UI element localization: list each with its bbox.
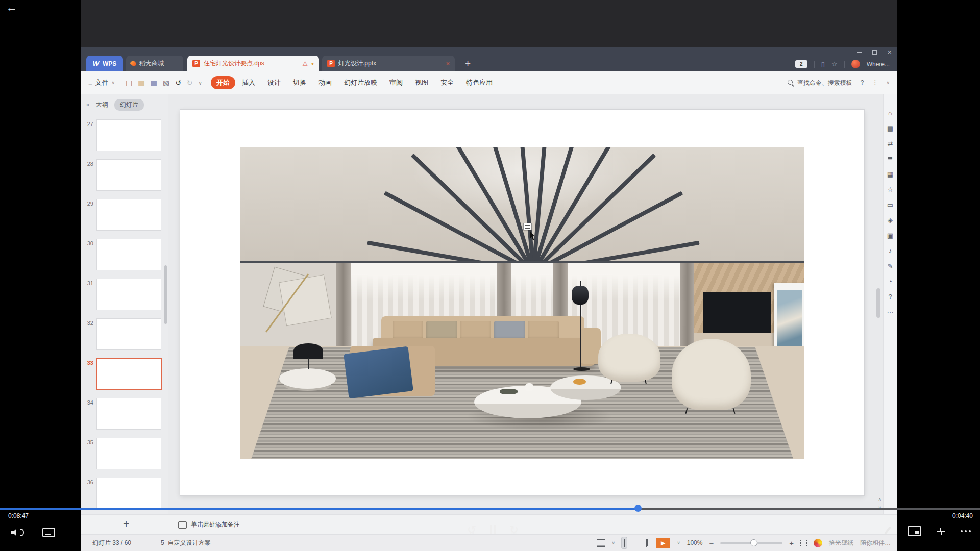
notes-input[interactable]: 单击此处添加备注 — [178, 520, 240, 529]
slideshow-play-button[interactable]: ▶ — [656, 538, 670, 548]
video-content[interactable]: W WPS 稻壳商城 P 住宅灯光设计要点.dps ⚠ • P 灯光设计.ppt… — [81, 0, 897, 551]
back-icon[interactable]: ← — [6, 1, 17, 14]
document-icon[interactable]: ▯ — [821, 60, 825, 68]
zoom-slider-knob[interactable] — [750, 539, 757, 546]
tab-document-active[interactable]: P 住宅灯光设计要点.dps ⚠ • — [187, 56, 319, 71]
scroll-up-icon[interactable]: ∧ — [878, 497, 881, 502]
ribbon-tab-design[interactable]: 设计 — [262, 76, 286, 89]
zoom-in-button[interactable]: + — [789, 539, 794, 547]
tab-slides[interactable]: 幻灯片 — [114, 99, 144, 111]
maximize-icon[interactable] — [872, 50, 877, 55]
widget-subtitle[interactable]: 陪你相伴… — [860, 539, 891, 547]
slide-thumbnail-27[interactable]: 27 — [81, 120, 168, 151]
ribbon-tab-animation[interactable]: 动画 — [313, 76, 337, 89]
more-options-icon[interactable]: ⋮ — [872, 79, 878, 86]
thumbnail-list: 27 28 29 30 — [81, 116, 168, 514]
thumbnail-scrollbar[interactable] — [164, 265, 167, 324]
toggle-notes-icon[interactable] — [597, 539, 605, 547]
slide-thumbnail-34[interactable]: 34 — [81, 398, 168, 429]
slide-thumbnail-33-selected[interactable]: 33 — [81, 359, 168, 389]
help-icon[interactable]: ? — [861, 79, 864, 86]
collapse-panel-icon[interactable]: « — [86, 101, 90, 108]
rewind-10-button[interactable]: ↺10 — [465, 523, 478, 536]
chevron-down-icon[interactable]: ∨ — [612, 540, 616, 545]
view-slide-sorter-button[interactable] — [633, 541, 638, 545]
living-room-photo[interactable] — [240, 147, 804, 459]
tab-wps-home[interactable]: W WPS — [86, 56, 123, 71]
ribbon-tab-home[interactable]: 开始 — [211, 76, 235, 89]
favorites-icon[interactable]: ☆ — [887, 186, 893, 193]
collapse-ribbon-icon[interactable]: ∨ — [886, 80, 890, 85]
ribbon-tab-features[interactable]: 特色应用 — [460, 76, 498, 89]
fit-slide-icon[interactable] — [800, 540, 807, 546]
slide-thumbnail-31[interactable]: 31 — [81, 279, 168, 310]
tab-outline[interactable]: 大纲 — [96, 101, 108, 109]
minimize-icon[interactable] — [857, 52, 862, 53]
export-icon[interactable]: ▥ — [138, 79, 144, 87]
tab-document-2[interactable]: P 灯光设计.pptx × — [322, 56, 455, 71]
new-tab-button[interactable]: + — [465, 58, 471, 69]
share-icon[interactable]: ◈ — [888, 217, 893, 224]
ribbon-tab-transition[interactable]: 切换 — [287, 76, 312, 89]
video-progress-knob[interactable] — [634, 505, 642, 512]
picture-in-picture-icon[interactable] — [908, 526, 921, 536]
slide-thumbnail-35[interactable]: 35 — [81, 438, 168, 469]
forward-30-button[interactable]: ↻30 — [508, 523, 520, 536]
comments-icon[interactable]: ▭ — [887, 202, 893, 209]
slide-thumbnail-28[interactable]: 28 — [81, 160, 168, 190]
more-tools-icon[interactable]: ⋯ — [887, 309, 894, 316]
properties-icon[interactable]: ⌂ — [888, 110, 892, 117]
close-window-icon[interactable]: × — [887, 49, 892, 55]
help-icon[interactable]: ? — [888, 293, 892, 300]
ribbon-tab-view[interactable]: 视图 — [409, 76, 434, 89]
images-icon[interactable]: ▣ — [887, 232, 893, 239]
slide-thumbnail-29[interactable]: 29 — [81, 199, 168, 230]
star-icon[interactable]: ☆ — [831, 60, 838, 68]
vertical-scrollbar-thumb[interactable] — [876, 288, 880, 318]
message-badge[interactable]: 2 — [795, 60, 807, 68]
close-tab-icon[interactable]: × — [446, 60, 450, 67]
avatar[interactable] — [851, 60, 860, 68]
zoom-slider[interactable] — [720, 542, 782, 544]
ribbon-tab-slideshow[interactable]: 幻灯片放映 — [338, 76, 383, 89]
slide-canvas[interactable] — [180, 110, 864, 495]
animation-pane-icon[interactable]: ▤ — [887, 125, 893, 132]
exit-fullscreen-icon[interactable] — [937, 527, 945, 536]
ribbon-tab-review[interactable]: 审阅 — [384, 76, 408, 89]
subtitle-icon[interactable] — [42, 528, 55, 537]
add-slide-button[interactable]: + — [123, 518, 129, 530]
ink-icon[interactable]: ✎ — [888, 263, 893, 270]
zoom-level[interactable]: 100% — [687, 539, 703, 546]
slide-layout-icon[interactable]: ▦ — [887, 171, 893, 178]
audio-icon[interactable]: ♪ — [889, 247, 892, 255]
pause-button[interactable] — [490, 525, 496, 534]
print-icon[interactable]: ▦ — [151, 79, 157, 87]
more-commands-icon[interactable]: ∨ — [199, 80, 202, 86]
save-icon[interactable]: ▤ — [126, 79, 132, 87]
history-icon[interactable]: ◔ — [888, 278, 892, 285]
play-options-icon[interactable]: ∨ — [677, 540, 680, 545]
modified-dot-icon[interactable]: • — [311, 61, 314, 66]
command-search[interactable]: 查找命令、搜索模板 — [788, 79, 852, 87]
ribbon-tab-security[interactable]: 安全 — [435, 76, 459, 89]
view-normal-button[interactable] — [622, 537, 627, 548]
widget-label[interactable]: 拾光壁纸 — [829, 539, 853, 547]
volume-icon[interactable] — [11, 529, 24, 536]
hyperlink-icon[interactable]: ⇄ — [888, 140, 893, 147]
tab-store[interactable]: 稻壳商城 — [126, 56, 183, 71]
more-options-icon[interactable] — [961, 530, 971, 532]
wallpaper-widget-icon[interactable] — [814, 539, 822, 547]
undo-icon[interactable]: ↺ — [175, 79, 181, 87]
slide-thumbnail-30[interactable]: 30 — [81, 239, 168, 270]
redo-icon[interactable]: ↻ — [187, 79, 193, 87]
file-menu[interactable]: ≡ 文件 ∨ — [88, 78, 115, 87]
print-preview-icon[interactable]: ▧ — [163, 79, 169, 87]
zoom-out-button[interactable]: − — [709, 539, 714, 547]
user-name[interactable]: Where... — [867, 61, 890, 68]
adjust-icon[interactable]: ≣ — [888, 156, 893, 163]
view-reading-button[interactable] — [644, 537, 649, 548]
slide-thumbnail-36[interactable]: 36 — [81, 478, 168, 509]
annotate-pencil-icon[interactable] — [883, 527, 892, 536]
slide-thumbnail-32[interactable]: 32 — [81, 319, 168, 349]
ribbon-tab-insert[interactable]: 插入 — [236, 76, 261, 89]
